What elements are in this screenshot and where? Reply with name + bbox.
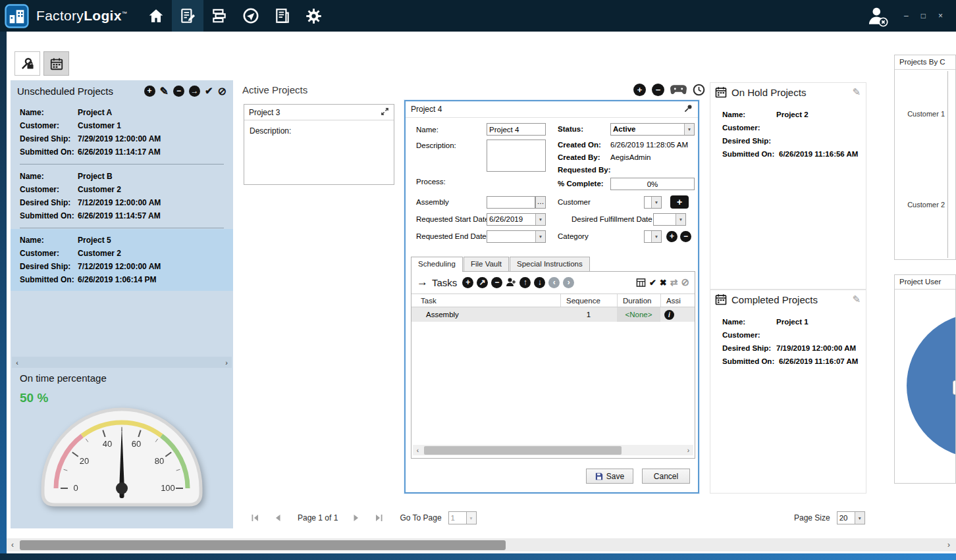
info-icon[interactable]: i	[664, 310, 674, 320]
project-3-description-label: Description:	[244, 120, 394, 141]
remove-active-project-icon[interactable]: −	[652, 84, 664, 96]
apply-check-icon[interactable]: ✔	[649, 278, 656, 288]
unscheduled-project-card[interactable]: Name:Project A Customer:Customer 1 Desir…	[11, 101, 233, 163]
tab-file-vault[interactable]: File Vault	[464, 257, 509, 271]
edit-pencil-icon[interactable]: ✎	[852, 293, 861, 305]
scroll-right-icon[interactable]: ›	[683, 447, 693, 454]
projects-by-customer-title: Projects By C	[895, 55, 955, 70]
add-project-icon[interactable]: +	[144, 86, 155, 97]
next-page-icon[interactable]	[351, 512, 363, 524]
scroll-right-icon[interactable]: ›	[221, 359, 232, 367]
scroll-right-icon[interactable]: ›	[943, 540, 955, 549]
goto-page-field[interactable]	[449, 512, 466, 524]
cancel-button[interactable]: Cancel	[642, 469, 690, 484]
settings-gear-nav-icon[interactable]	[298, 0, 330, 32]
materials-stack-nav-icon[interactable]	[203, 0, 235, 32]
tab-special-instructions[interactable]: Special Instructions	[510, 257, 590, 271]
history-clock-icon[interactable]	[693, 84, 705, 96]
project-3-card[interactable]: Project 3 Description:	[244, 104, 394, 185]
unscheduled-project-card[interactable]: Name:Project B Customer:Customer 2 Desir…	[11, 165, 233, 227]
previous-page-icon[interactable]	[271, 512, 283, 524]
main-nav	[140, 0, 330, 32]
tab-scheduling-view[interactable]	[43, 51, 69, 76]
percent-complete-input[interactable]	[610, 178, 695, 190]
customer-select[interactable]: ▼	[644, 196, 662, 209]
add-subtask-icon[interactable]: ↗	[477, 277, 488, 288]
schedule-grid-icon[interactable]	[636, 278, 646, 288]
goto-page-input[interactable]: ▼	[448, 511, 477, 524]
controller-icon[interactable]	[670, 85, 687, 95]
page-size-label: Page Size	[794, 513, 830, 522]
dropdown-icon[interactable]: ▼	[535, 231, 545, 242]
chart-axis	[947, 71, 948, 258]
dropdown-icon[interactable]: ▼	[684, 124, 694, 135]
remove-project-icon[interactable]: −	[173, 86, 184, 97]
maximize-button[interactable]: □	[921, 12, 926, 20]
description-textarea[interactable]	[487, 140, 546, 172]
user-account-icon[interactable]	[866, 5, 888, 27]
outdent-task-icon[interactable]: ‹	[548, 277, 560, 288]
scrollbar-thumb[interactable]	[424, 446, 622, 455]
unscheduled-horizontal-scrollbar[interactable]: ‹ ›	[12, 357, 232, 368]
remove-category-icon[interactable]: −	[680, 231, 691, 242]
assembly-browse-button[interactable]: …	[535, 196, 546, 209]
scroll-left-icon[interactable]: ‹	[12, 359, 22, 367]
dropdown-icon[interactable]: ▼	[535, 214, 545, 225]
save-button[interactable]: Save	[586, 469, 633, 484]
cancel-slash-icon[interactable]: ⊘	[218, 85, 226, 97]
first-page-icon[interactable]	[249, 512, 261, 524]
project-customer: Customer 1	[78, 119, 121, 132]
last-page-icon[interactable]	[373, 512, 385, 524]
move-task-down-icon[interactable]: ↓	[534, 277, 545, 288]
add-task-icon[interactable]: +	[462, 277, 473, 288]
unscheduled-project-card-selected[interactable]: Name:Project 5 Customer:Customer 2 Desir…	[11, 229, 233, 291]
task-row[interactable]: Assembly 1 <None> i	[412, 307, 695, 322]
calendar-icon	[714, 293, 728, 306]
minimize-button[interactable]: –	[904, 12, 909, 20]
dropdown-icon[interactable]: ▼	[651, 231, 661, 242]
move-to-active-icon[interactable]: →	[189, 86, 200, 97]
desired-fulfillment-date-picker[interactable]: ▼	[653, 213, 686, 226]
task-duration[interactable]: <None>	[617, 307, 660, 322]
navigator-compass-nav-icon[interactable]	[235, 0, 267, 32]
tasks-horizontal-scrollbar[interactable]: ‹ ›	[413, 445, 693, 455]
clear-slash-icon[interactable]: ⊘	[681, 276, 689, 288]
move-task-up-icon[interactable]: ↑	[519, 277, 531, 288]
accept-check-icon[interactable]: ✔	[205, 85, 213, 97]
pin-icon[interactable]	[684, 104, 693, 115]
on-time-percentage-label: On time percentage	[20, 372, 107, 384]
scroll-left-icon[interactable]: ‹	[7, 540, 18, 549]
requested-start-date-picker[interactable]: 6/26/2019 ▼	[487, 213, 546, 226]
documents-nav-icon[interactable]	[267, 0, 298, 32]
home-nav-icon[interactable]	[140, 0, 172, 32]
dropdown-icon[interactable]: ▼	[651, 197, 661, 208]
add-customer-button[interactable]: +	[670, 195, 689, 209]
edit-project-icon[interactable]: ✎	[160, 85, 169, 97]
scroll-left-icon[interactable]: ‹	[413, 447, 423, 454]
remove-task-icon[interactable]: −	[491, 277, 502, 288]
main-horizontal-scrollbar[interactable]: ‹ ›	[7, 538, 956, 551]
page-size-select[interactable]: 20 ▼	[837, 511, 865, 524]
edit-pencil-icon[interactable]: ✎	[852, 86, 861, 98]
category-select[interactable]: ▼	[644, 230, 662, 243]
dropdown-icon[interactable]: ▼	[676, 214, 685, 225]
name-input[interactable]	[487, 123, 546, 136]
status-select[interactable]: Active ▼	[610, 123, 695, 136]
add-category-icon[interactable]: +	[666, 231, 677, 242]
projects-form-nav-icon[interactable]	[172, 0, 203, 32]
assign-user-icon[interactable]	[506, 277, 516, 288]
close-button[interactable]: ×	[938, 12, 943, 20]
scrollbar-thumb[interactable]	[20, 540, 506, 550]
dropdown-icon[interactable]: ▼	[466, 512, 476, 524]
cancel-x-icon[interactable]: ✖	[660, 278, 667, 288]
swap-tasks-icon[interactable]: ⇄	[670, 277, 678, 288]
assembly-input[interactable]	[487, 196, 535, 209]
tab-scheduling[interactable]: Scheduling	[411, 257, 463, 272]
expand-icon[interactable]	[381, 107, 389, 118]
dropdown-icon[interactable]: ▼	[855, 512, 864, 524]
project-desired-ship: 7/12/2019 12:00:00 AM	[78, 260, 161, 273]
indent-task-icon[interactable]: ›	[563, 277, 574, 288]
add-active-project-icon[interactable]: +	[633, 84, 646, 96]
tab-configuration[interactable]	[14, 51, 40, 76]
requested-end-date-picker[interactable]: ▼	[487, 230, 546, 243]
